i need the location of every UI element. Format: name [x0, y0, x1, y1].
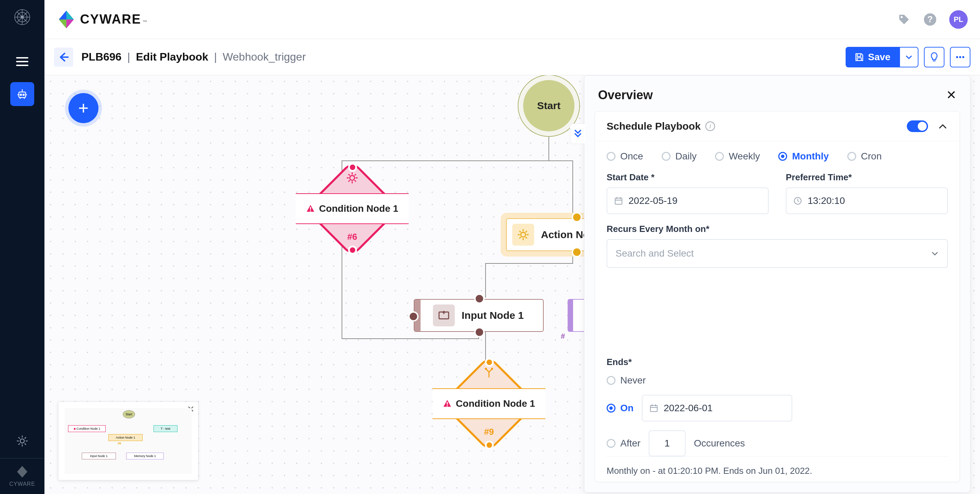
svg-text:?: ? — [928, 14, 933, 24]
branch-icon — [483, 367, 495, 378]
lightbulb-icon — [929, 52, 940, 62]
memory-badge: # — [561, 332, 565, 341]
ends-on-date-input[interactable]: 2022-06-01 — [642, 395, 792, 421]
hints-button[interactable] — [924, 47, 945, 67]
svg-rect-22 — [447, 402, 448, 405]
node-port[interactable] — [474, 293, 485, 304]
calendar-icon — [649, 404, 658, 413]
occurrences-input[interactable] — [649, 430, 686, 456]
more-button[interactable] — [950, 47, 970, 67]
panel-close-button[interactable]: ✕ — [946, 88, 956, 102]
save-icon — [854, 53, 864, 62]
svg-point-10 — [956, 56, 958, 58]
tag-icon[interactable] — [897, 13, 911, 26]
ends-never-radio[interactable]: Never — [606, 375, 646, 386]
brand-logo-icon — [57, 10, 76, 29]
panel-collapse-button[interactable] — [570, 123, 585, 144]
ends-after-radio[interactable]: After — [606, 438, 640, 449]
hamburger-icon — [16, 55, 29, 69]
node-port[interactable] — [474, 327, 485, 337]
chevron-down-icon — [931, 249, 939, 258]
info-icon[interactable]: i — [705, 121, 715, 131]
add-node-button[interactable]: + — [68, 93, 99, 123]
node-port[interactable] — [408, 311, 418, 322]
top-header: CYWARE ™ ? PL — [45, 0, 980, 39]
svg-rect-23 — [447, 405, 448, 406]
freq-weekly[interactable]: Weekly — [715, 151, 760, 162]
condition1-badge: #6 — [347, 232, 357, 242]
trademark: ™ — [143, 19, 148, 25]
svg-point-21 — [491, 368, 493, 370]
node-port[interactable] — [572, 247, 582, 257]
svg-point-11 — [959, 56, 961, 58]
editor-mode: Edit Playbook — [136, 51, 208, 63]
more-horizontal-icon — [955, 52, 966, 62]
svg-rect-24 — [615, 198, 622, 204]
save-button[interactable]: Save — [846, 47, 899, 67]
gear-icon — [512, 224, 534, 245]
recurs-select[interactable]: Search and Select — [606, 239, 948, 268]
condition-node-2[interactable]: Condition Node 1 #9 — [444, 359, 533, 448]
minimap[interactable]: ✕ Start ◆Condition Node 1 Action Node 1 … — [58, 402, 198, 480]
breadcrumb: PLB696 | Edit Playbook | Webhook_trigger — [81, 51, 306, 63]
svg-point-13 — [350, 175, 355, 180]
occurrences-label: Occurences — [694, 438, 745, 449]
input-icon — [433, 304, 455, 327]
input1-label: Input Node 1 — [461, 309, 524, 321]
playbook-canvas[interactable]: + Start Condition Node 1 #6 Action Node … — [45, 75, 980, 494]
section-collapse-button[interactable] — [938, 121, 948, 131]
freq-once[interactable]: Once — [606, 151, 643, 162]
error-icon — [443, 399, 452, 408]
overview-panel: Overview ✕ Schedule Playbook i Once Dail… — [584, 75, 970, 492]
plus-icon: + — [78, 99, 89, 117]
preferred-time-input[interactable]: 13:20:10 — [786, 188, 948, 214]
svg-point-7 — [900, 16, 903, 18]
back-button[interactable] — [54, 48, 73, 67]
error-icon — [306, 204, 315, 213]
playbooks-nav-item[interactable] — [10, 82, 34, 106]
input-node-1[interactable]: Input Node 1 — [414, 299, 544, 332]
user-avatar[interactable]: PL — [949, 10, 968, 29]
clock-icon — [793, 196, 802, 205]
condition2-label: Condition Node 1 — [456, 398, 535, 409]
svg-rect-14 — [310, 207, 311, 210]
playbook-name: Webhook_trigger — [223, 51, 306, 63]
save-dropdown-button[interactable] — [899, 47, 918, 67]
cyware-icon — [16, 465, 29, 478]
freq-cron[interactable]: Cron — [847, 151, 882, 162]
ends-on-value: 2022-06-01 — [664, 403, 713, 414]
calendar-icon — [614, 196, 623, 205]
frequency-radio-group: Once Daily Weekly Monthly Cron — [606, 151, 948, 162]
chevron-down-icon — [905, 53, 913, 61]
start-date-input[interactable]: 2022-05-19 — [606, 188, 769, 214]
svg-point-20 — [485, 368, 487, 370]
preferred-time-label: Preferred Time* — [786, 172, 948, 183]
condition1-label: Condition Node 1 — [319, 203, 398, 214]
schedule-toggle[interactable] — [907, 120, 928, 132]
recurs-label: Recurs Every Month on* — [606, 224, 948, 234]
brand: CYWARE ™ — [57, 10, 148, 29]
start-label: Start — [537, 100, 560, 112]
node-port[interactable] — [572, 212, 582, 222]
editor-toolbar: PLB696 | Edit Playbook | Webhook_trigger… — [45, 39, 980, 75]
schedule-summary: Monthly on - at 01:20:10 PM. Ends on Jun… — [606, 456, 948, 476]
ends-on-radio[interactable]: On — [606, 403, 634, 414]
arrow-left-icon — [58, 51, 69, 63]
svg-rect-15 — [310, 210, 311, 212]
rail-brand: CYWARE — [9, 465, 35, 487]
start-node[interactable]: Start — [523, 80, 574, 131]
condition-node-1[interactable]: Condition Node 1 #6 — [308, 164, 397, 253]
minimap-content: Start ◆Condition Node 1 Action Node 1 T … — [65, 408, 192, 474]
hamburger-menu-button[interactable] — [12, 51, 32, 72]
schedule-section-title: Schedule Playbook — [606, 120, 701, 132]
freq-monthly[interactable]: Monthly — [778, 151, 829, 162]
rail-divider — [0, 458, 45, 459]
gear-icon — [346, 172, 358, 184]
help-icon[interactable]: ? — [923, 13, 937, 26]
gear-icon — [15, 434, 29, 448]
app-logo-icon — [12, 7, 32, 27]
panel-title: Overview — [598, 88, 653, 102]
settings-nav-item[interactable] — [15, 434, 29, 448]
svg-point-12 — [962, 56, 964, 58]
freq-daily[interactable]: Daily — [662, 151, 697, 162]
